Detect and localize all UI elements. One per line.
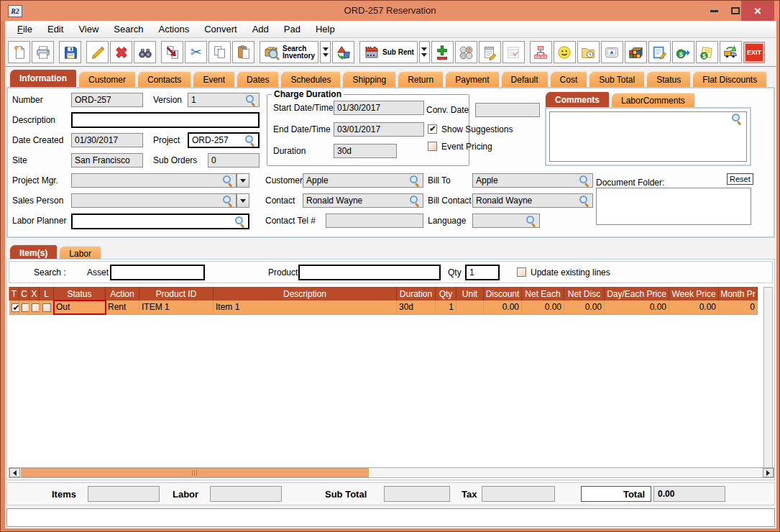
grid-row[interactable]: Out Rent ITEM 1 Item 1 30d 1 0.00 0.00 0… bbox=[9, 301, 758, 314]
contact-tel-field[interactable] bbox=[326, 214, 423, 228]
tab-default[interactable]: Default bbox=[501, 71, 549, 87]
menu-pad[interactable]: Pad bbox=[280, 22, 304, 36]
menu-help[interactable]: Help bbox=[312, 22, 339, 36]
tab-labor-comments[interactable]: LaborComments bbox=[611, 93, 695, 107]
search-inventory-more-button[interactable] bbox=[320, 41, 331, 63]
sales-person-dropdown-button[interactable] bbox=[237, 193, 249, 208]
project-mgr-field[interactable] bbox=[71, 173, 237, 188]
sub-rent-more-button[interactable] bbox=[419, 41, 430, 63]
cell-qty[interactable]: 1 bbox=[436, 301, 456, 314]
tab-dates[interactable]: Dates bbox=[237, 71, 279, 87]
tab-status[interactable]: Status bbox=[646, 71, 691, 87]
cell-week-price[interactable]: 0.00 bbox=[669, 301, 719, 314]
close-button[interactable]: ✕ bbox=[741, 1, 774, 21]
reset-button[interactable]: Reset bbox=[727, 173, 753, 185]
customer-lookup-icon[interactable] bbox=[410, 175, 421, 186]
find-button[interactable] bbox=[134, 41, 156, 63]
menu-view[interactable]: View bbox=[75, 22, 102, 36]
project-field[interactable]: ORD-257 bbox=[188, 132, 260, 148]
tab-shipping[interactable]: Shipping bbox=[342, 71, 396, 87]
search-inventory-button[interactable]: Search Inventory bbox=[260, 41, 318, 63]
tab-schedules[interactable]: Schedules bbox=[280, 71, 341, 87]
menu-file[interactable]: File bbox=[14, 22, 36, 36]
org-chart-button[interactable] bbox=[530, 41, 552, 63]
dollar-note-button[interactable]: $ bbox=[696, 41, 718, 63]
menu-search[interactable]: Search bbox=[110, 22, 147, 36]
col-duration[interactable]: Duration bbox=[397, 287, 436, 301]
project-lookup-icon[interactable] bbox=[245, 135, 256, 146]
edit-button[interactable] bbox=[86, 41, 109, 63]
qty-input[interactable] bbox=[465, 265, 500, 280]
minimize-button[interactable] bbox=[705, 1, 722, 21]
new-document-button[interactable] bbox=[8, 41, 30, 63]
cell-net-each[interactable]: 0.00 bbox=[522, 301, 564, 314]
description-input[interactable] bbox=[71, 112, 260, 128]
add-remove-line-button[interactable] bbox=[431, 41, 454, 63]
note-edit-button[interactable] bbox=[648, 41, 671, 63]
col-action[interactable]: Action bbox=[106, 287, 139, 301]
menu-actions[interactable]: Actions bbox=[155, 22, 193, 36]
tab-customer[interactable]: Customer bbox=[78, 71, 136, 87]
copy-button[interactable] bbox=[208, 41, 231, 63]
comments-textarea[interactable] bbox=[549, 111, 747, 162]
col-net-each[interactable]: Net Each bbox=[522, 287, 564, 301]
col-x[interactable]: X bbox=[29, 287, 40, 301]
bill-to-lookup-icon[interactable] bbox=[579, 175, 590, 186]
tab-contacts[interactable]: Contacts bbox=[137, 71, 191, 87]
cell-product-id[interactable]: ITEM 1 bbox=[139, 301, 214, 314]
end-date-field[interactable]: 03/01/2017 bbox=[334, 122, 424, 137]
menu-add[interactable]: Add bbox=[249, 22, 272, 36]
col-discount[interactable]: Discount bbox=[484, 287, 522, 301]
cell-t-checkbox[interactable] bbox=[9, 301, 19, 314]
customer-field[interactable]: Apple bbox=[303, 173, 423, 188]
save-button[interactable] bbox=[59, 41, 81, 63]
notepad-edit-button[interactable] bbox=[479, 41, 501, 63]
tab-comments[interactable]: Comments bbox=[545, 91, 610, 107]
sales-person-lookup-icon[interactable] bbox=[223, 196, 234, 206]
cell-description[interactable]: Item 1 bbox=[214, 301, 397, 314]
asset-input[interactable] bbox=[110, 265, 205, 280]
dollar-forward-button[interactable]: $ bbox=[672, 41, 694, 63]
version-lookup-icon[interactable] bbox=[246, 95, 257, 106]
tab-items[interactable]: Item(s) bbox=[9, 244, 58, 260]
calendar-button[interactable]: 12 bbox=[503, 41, 525, 63]
event-pricing-checkbox[interactable] bbox=[428, 142, 437, 151]
cell-duration[interactable]: 30d bbox=[397, 301, 436, 314]
col-net-disc[interactable]: Net Disc bbox=[564, 287, 605, 301]
tab-cost[interactable]: Cost bbox=[550, 71, 588, 87]
folder-history-button[interactable] bbox=[577, 41, 600, 63]
contact-field[interactable]: Ronald Wayne bbox=[303, 193, 423, 208]
col-month-price[interactable]: Month Pr bbox=[719, 287, 758, 301]
sub-rent-button[interactable]: Sub Rent bbox=[359, 41, 418, 63]
sales-person-field[interactable] bbox=[71, 193, 237, 208]
cell-unit[interactable] bbox=[456, 301, 484, 314]
menu-convert[interactable]: Convert bbox=[201, 22, 241, 36]
smiley-button[interactable] bbox=[554, 41, 576, 63]
cell-status[interactable]: Out bbox=[54, 301, 106, 314]
col-l[interactable]: L bbox=[40, 287, 54, 301]
col-description[interactable]: Description bbox=[214, 287, 397, 301]
cell-day-each-price[interactable]: 0.00 bbox=[605, 301, 669, 314]
bill-contact-field[interactable]: Ronald Wayne bbox=[472, 193, 593, 208]
scroll-left-button[interactable] bbox=[9, 468, 20, 477]
scrollbar-thumb[interactable] bbox=[21, 468, 369, 477]
scroll-right-button[interactable] bbox=[763, 468, 774, 477]
contact-lookup-icon[interactable] bbox=[410, 196, 421, 206]
menu-edit[interactable]: Edit bbox=[44, 22, 67, 36]
spheres-query-button[interactable]: ? bbox=[455, 41, 477, 63]
language-field[interactable] bbox=[472, 214, 540, 228]
col-day-each-price[interactable]: Day/Each Price bbox=[605, 287, 669, 301]
exit-button[interactable]: EXIT bbox=[743, 42, 765, 63]
horizontal-scrollbar[interactable] bbox=[9, 467, 774, 478]
update-existing-checkbox[interactable] bbox=[517, 267, 526, 277]
col-unit[interactable]: Unit bbox=[456, 287, 484, 301]
show-suggestions-checkbox[interactable] bbox=[428, 124, 437, 134]
col-qty[interactable]: Qty bbox=[436, 287, 456, 301]
delivery-truck-button[interactable] bbox=[720, 41, 742, 63]
cell-month-price[interactable]: 0 bbox=[719, 301, 758, 314]
tab-labor[interactable]: Labor bbox=[59, 246, 101, 260]
col-c[interactable]: C bbox=[19, 287, 29, 301]
paste-button[interactable] bbox=[232, 41, 254, 63]
comments-lookup-icon[interactable] bbox=[732, 114, 743, 124]
col-status[interactable]: Status bbox=[54, 287, 106, 301]
